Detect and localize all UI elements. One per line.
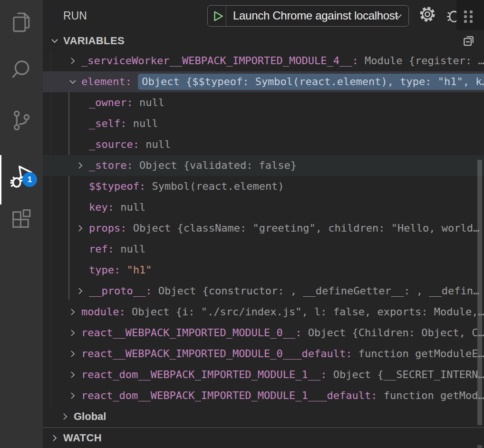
variables-section-header[interactable]: VARIABLES bbox=[43, 31, 484, 51]
debug-badge: 1 bbox=[22, 172, 37, 187]
tree-row[interactable]: type: "h1" bbox=[43, 260, 484, 281]
active-view-indicator bbox=[0, 155, 1, 205]
tree-row[interactable]: _owner: null bbox=[43, 92, 484, 113]
variable-name: __proto__: bbox=[89, 285, 152, 297]
tree-row-content: _owner: null bbox=[43, 92, 484, 113]
dropdown-divider bbox=[226, 6, 226, 26]
tree-row-content: react_dom__WEBPACK_IMPORTED_MODULE_1___d… bbox=[43, 385, 484, 406]
extensions-icon bbox=[9, 207, 34, 232]
start-debugging-icon[interactable] bbox=[212, 10, 224, 24]
tree-row[interactable]: react_dom__WEBPACK_IMPORTED_MODULE_1__: … bbox=[43, 364, 484, 385]
search-icon bbox=[9, 58, 34, 83]
source-control-icon bbox=[9, 108, 34, 133]
variable-value: Object {constructor: , __defineGetter__:… bbox=[152, 285, 479, 297]
collapse-all-icon[interactable] bbox=[462, 34, 475, 49]
variable-value: null bbox=[126, 117, 158, 129]
chevron-down-icon[interactable] bbox=[50, 36, 59, 46]
debug-config-label[interactable]: Launch Chrome against localhost bbox=[233, 6, 398, 26]
variable-value: null bbox=[139, 138, 171, 150]
watch-section-header[interactable]: WATCH bbox=[43, 427, 484, 448]
tree-row-content: react_dom__WEBPACK_IMPORTED_MODULE_1__: … bbox=[43, 364, 484, 385]
variable-value: Object {i: "./src/index.js", l: false, e… bbox=[126, 306, 484, 318]
settings-gear-icon[interactable] bbox=[417, 4, 437, 26]
tree-row[interactable]: Global bbox=[43, 406, 484, 427]
tree-row-content: type: "h1" bbox=[43, 260, 484, 281]
sidebar-item-extensions[interactable] bbox=[0, 202, 43, 238]
chevron-right-icon[interactable] bbox=[68, 307, 77, 317]
chevron-right-icon[interactable] bbox=[68, 391, 77, 400]
activity-bar: 1 bbox=[0, 0, 43, 448]
tree-row-content: react__WEBPACK_IMPORTED_MODULE_0__: Obje… bbox=[43, 322, 484, 343]
tree-row[interactable]: element: Object {$$typeof: Symbol(react.… bbox=[43, 71, 484, 92]
variable-name: _source: bbox=[89, 138, 139, 150]
panel-title: RUN bbox=[63, 0, 87, 31]
variable-value: null bbox=[114, 243, 145, 255]
chevron-right-icon[interactable] bbox=[50, 433, 59, 443]
chevron-right-icon[interactable] bbox=[68, 349, 77, 359]
variable-name: type: bbox=[89, 264, 120, 276]
tree-row-content: _store: Object {validated: false} bbox=[43, 155, 484, 176]
variable-value: null bbox=[114, 201, 145, 213]
variable-name: _self: bbox=[89, 117, 126, 129]
chevron-right-icon[interactable] bbox=[68, 56, 77, 66]
tree-row[interactable]: __proto__: Object {constructor: , __defi… bbox=[43, 281, 484, 302]
variable-value: Object {Children: Object, C… bbox=[302, 327, 484, 339]
sidebar-item-explorer[interactable] bbox=[0, 4, 43, 40]
chevron-right-icon[interactable] bbox=[76, 161, 85, 170]
tree-row-content: _self: null bbox=[43, 113, 484, 134]
watch-scrollbar-stub[interactable] bbox=[477, 445, 482, 448]
tree-row[interactable]: react_dom__WEBPACK_IMPORTED_MODULE_1___d… bbox=[43, 385, 484, 406]
variable-name: react_dom__WEBPACK_IMPORTED_MODULE_1__: bbox=[81, 369, 327, 380]
scope-label: Global bbox=[74, 410, 106, 422]
sidebar-item-source-control[interactable] bbox=[0, 102, 43, 138]
variable-value: Object {$$typeof: Symbol(react.element),… bbox=[138, 74, 484, 90]
chevron-right-icon[interactable] bbox=[76, 286, 85, 296]
variable-name: react__WEBPACK_IMPORTED_MODULE_0___defau… bbox=[81, 348, 352, 360]
tree-row[interactable]: _store: Object {validated: false} bbox=[43, 155, 484, 176]
variables-tree: _serviceWorker__WEBPACK_IMPORTED_MODULE_… bbox=[43, 50, 484, 427]
tree-row[interactable]: _serviceWorker__WEBPACK_IMPORTED_MODULE_… bbox=[43, 50, 484, 71]
tree-row[interactable]: $$typeof: Symbol(react.element) bbox=[43, 176, 484, 197]
variable-value: Object {__SECRET_INTERN… bbox=[327, 369, 484, 380]
tree-row[interactable]: module: Object {i: "./src/index.js", l: … bbox=[43, 302, 484, 322]
variables-section-title: VARIABLES bbox=[63, 35, 125, 47]
variable-value: Object {validated: false} bbox=[133, 159, 297, 171]
chevron-right-icon[interactable] bbox=[68, 328, 77, 338]
tree-row[interactable]: react__WEBPACK_IMPORTED_MODULE_0__: Obje… bbox=[43, 322, 484, 343]
variable-name: props: bbox=[89, 222, 126, 234]
tree-row[interactable]: key: null bbox=[43, 197, 484, 218]
vertical-scrollbar[interactable] bbox=[477, 160, 482, 425]
variable-name: _store: bbox=[89, 159, 133, 171]
tree-row[interactable]: ref: null bbox=[43, 239, 484, 260]
sidebar-item-search[interactable] bbox=[0, 52, 43, 88]
drag-handle-overlay[interactable] bbox=[456, 0, 484, 30]
variable-name: react__WEBPACK_IMPORTED_MODULE_0__: bbox=[81, 327, 302, 339]
grip-dots-icon bbox=[464, 10, 473, 23]
tree-row-content: ref: null bbox=[43, 239, 484, 260]
chevron-down-icon[interactable] bbox=[393, 11, 404, 23]
variable-name: module: bbox=[81, 306, 126, 318]
tree-row[interactable]: _self: null bbox=[43, 113, 484, 134]
tree-row[interactable]: props: Object {className: "greeting", ch… bbox=[43, 218, 484, 239]
debug-config-dropdown[interactable]: Launch Chrome against localhost bbox=[207, 5, 409, 27]
variable-value bbox=[120, 264, 126, 276]
tree-row-content: props: Object {className: "greeting", ch… bbox=[43, 218, 484, 239]
tree-row-content: _source: null bbox=[43, 134, 484, 155]
files-icon bbox=[9, 10, 34, 35]
tree-row[interactable]: _source: null bbox=[43, 134, 484, 155]
tree-row-content: Global bbox=[43, 406, 484, 427]
chevron-right-icon[interactable] bbox=[68, 370, 77, 380]
chevron-right-icon[interactable] bbox=[60, 412, 70, 421]
chevron-down-icon[interactable] bbox=[68, 77, 77, 87]
variable-name: key: bbox=[89, 201, 114, 213]
chevron-right-icon[interactable] bbox=[76, 224, 85, 233]
variable-name: _serviceWorker__WEBPACK_IMPORTED_MODULE_… bbox=[81, 55, 358, 67]
tree-row-content: $$typeof: Symbol(react.element) bbox=[43, 176, 484, 197]
tree-row[interactable]: react__WEBPACK_IMPORTED_MODULE_0___defau… bbox=[43, 343, 484, 364]
debug-toolbar: RUN Launch Chrome against localhost bbox=[43, 0, 484, 31]
watch-section-title: WATCH bbox=[63, 432, 102, 444]
tree-row-content: element: Object {$$typeof: Symbol(react.… bbox=[43, 71, 484, 92]
variable-name: react_dom__WEBPACK_IMPORTED_MODULE_1___d… bbox=[81, 390, 378, 401]
tree-row-content: react__WEBPACK_IMPORTED_MODULE_0___defau… bbox=[43, 343, 484, 364]
variable-value: Symbol(react.element) bbox=[145, 180, 284, 192]
